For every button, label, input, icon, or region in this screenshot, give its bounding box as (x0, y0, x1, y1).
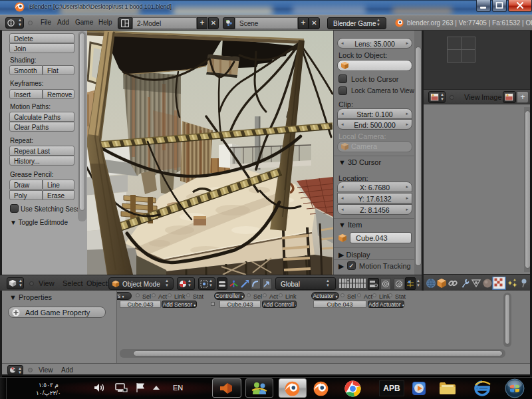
svg-text:٢٢/٠ڀ/١٠: ٢٢/٠ڀ/١٠ (36, 390, 61, 396)
svg-text:م ١:٥٠٣: م ١:٥٠٣ (39, 382, 59, 388)
